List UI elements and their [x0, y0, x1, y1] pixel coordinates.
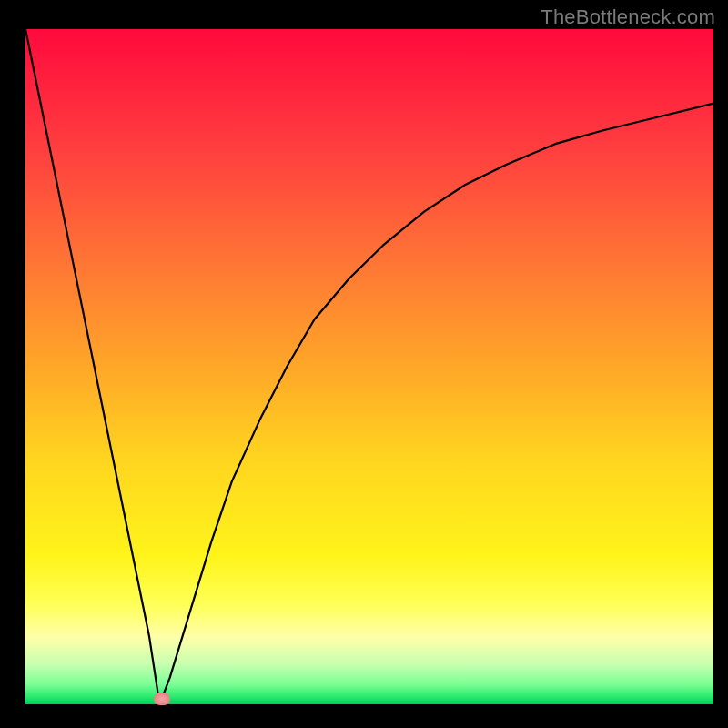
watermark-text: TheBottleneck.com	[541, 5, 715, 29]
plot-area	[25, 29, 713, 704]
optimal-point-marker	[154, 693, 170, 705]
bottleneck-curve	[25, 29, 713, 704]
chart-frame: TheBottleneck.com	[0, 0, 728, 728]
